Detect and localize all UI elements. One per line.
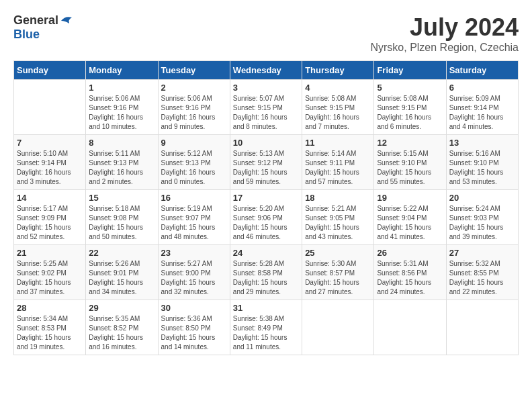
- day-info: Sunrise: 5:16 AM Sunset: 9:10 PM Dayligh…: [449, 149, 515, 187]
- calendar-cell: 2Sunrise: 5:06 AM Sunset: 9:16 PM Daylig…: [158, 80, 230, 135]
- logo: General Blue: [13, 13, 73, 42]
- day-info: Sunrise: 5:21 AM Sunset: 9:05 PM Dayligh…: [305, 204, 371, 242]
- day-number: 22: [89, 248, 154, 258]
- day-number: 2: [161, 83, 227, 93]
- day-info: Sunrise: 5:13 AM Sunset: 9:12 PM Dayligh…: [233, 149, 299, 187]
- day-info: Sunrise: 5:14 AM Sunset: 9:11 PM Dayligh…: [305, 149, 371, 187]
- calendar-table: SundayMondayTuesdayWednesdayThursdayFrid…: [13, 60, 519, 355]
- weekday-header-thursday: Thursday: [302, 61, 374, 80]
- day-info: Sunrise: 5:26 AM Sunset: 9:01 PM Dayligh…: [89, 259, 154, 297]
- calendar-cell: 23Sunrise: 5:27 AM Sunset: 9:00 PM Dayli…: [158, 245, 230, 300]
- day-info: Sunrise: 5:06 AM Sunset: 9:16 PM Dayligh…: [161, 94, 227, 132]
- calendar-cell: 7Sunrise: 5:10 AM Sunset: 9:14 PM Daylig…: [14, 135, 86, 190]
- day-info: Sunrise: 5:31 AM Sunset: 8:56 PM Dayligh…: [377, 259, 443, 297]
- day-number: 12: [377, 138, 443, 148]
- day-number: 10: [233, 138, 299, 148]
- logo-blue: Blue: [13, 28, 40, 42]
- month-title: July 2024: [370, 13, 519, 42]
- weekday-header-wednesday: Wednesday: [230, 61, 302, 80]
- calendar-cell: 16Sunrise: 5:19 AM Sunset: 9:07 PM Dayli…: [158, 190, 230, 245]
- day-number: 1: [89, 83, 154, 93]
- calendar-week-1: 1Sunrise: 5:06 AM Sunset: 9:16 PM Daylig…: [14, 80, 519, 135]
- day-number: 20: [449, 193, 515, 203]
- calendar-week-2: 7Sunrise: 5:10 AM Sunset: 9:14 PM Daylig…: [14, 135, 519, 190]
- day-number: 18: [305, 193, 371, 203]
- calendar-cell: 10Sunrise: 5:13 AM Sunset: 9:12 PM Dayli…: [230, 135, 302, 190]
- calendar-cell: [302, 300, 374, 355]
- day-info: Sunrise: 5:24 AM Sunset: 9:03 PM Dayligh…: [449, 204, 515, 242]
- calendar-cell: 9Sunrise: 5:12 AM Sunset: 9:13 PM Daylig…: [158, 135, 230, 190]
- day-number: 26: [377, 248, 443, 258]
- day-number: 28: [17, 303, 83, 313]
- calendar-week-5: 28Sunrise: 5:34 AM Sunset: 8:53 PM Dayli…: [14, 300, 519, 355]
- day-number: 16: [161, 193, 227, 203]
- calendar-cell: 3Sunrise: 5:07 AM Sunset: 9:15 PM Daylig…: [230, 80, 302, 135]
- calendar-cell: 27Sunrise: 5:32 AM Sunset: 8:55 PM Dayli…: [446, 245, 518, 300]
- day-number: 30: [161, 303, 227, 313]
- calendar-cell: 30Sunrise: 5:36 AM Sunset: 8:50 PM Dayli…: [158, 300, 230, 355]
- weekday-header-row: SundayMondayTuesdayWednesdayThursdayFrid…: [14, 61, 519, 80]
- calendar-week-3: 14Sunrise: 5:17 AM Sunset: 9:09 PM Dayli…: [14, 190, 519, 245]
- day-number: 21: [17, 248, 83, 258]
- day-info: Sunrise: 5:19 AM Sunset: 9:07 PM Dayligh…: [161, 204, 227, 242]
- calendar-cell: 17Sunrise: 5:20 AM Sunset: 9:06 PM Dayli…: [230, 190, 302, 245]
- weekday-header-friday: Friday: [374, 61, 446, 80]
- day-number: 19: [377, 193, 443, 203]
- day-info: Sunrise: 5:36 AM Sunset: 8:50 PM Dayligh…: [161, 314, 227, 352]
- calendar-cell: 5Sunrise: 5:08 AM Sunset: 9:15 PM Daylig…: [374, 80, 446, 135]
- calendar-cell: 1Sunrise: 5:06 AM Sunset: 9:16 PM Daylig…: [86, 80, 158, 135]
- day-info: Sunrise: 5:17 AM Sunset: 9:09 PM Dayligh…: [17, 204, 83, 242]
- day-info: Sunrise: 5:34 AM Sunset: 8:53 PM Dayligh…: [17, 314, 83, 352]
- calendar-cell: 11Sunrise: 5:14 AM Sunset: 9:11 PM Dayli…: [302, 135, 374, 190]
- day-info: Sunrise: 5:18 AM Sunset: 9:08 PM Dayligh…: [89, 204, 154, 242]
- weekday-header-monday: Monday: [86, 61, 158, 80]
- day-number: 17: [233, 193, 299, 203]
- day-info: Sunrise: 5:08 AM Sunset: 9:15 PM Dayligh…: [377, 94, 443, 132]
- calendar-cell: 22Sunrise: 5:26 AM Sunset: 9:01 PM Dayli…: [86, 245, 158, 300]
- day-info: Sunrise: 5:25 AM Sunset: 9:02 PM Dayligh…: [17, 259, 83, 297]
- calendar-cell: 14Sunrise: 5:17 AM Sunset: 9:09 PM Dayli…: [14, 190, 86, 245]
- location: Nyrsko, Plzen Region, Czechia: [370, 42, 519, 54]
- day-number: 5: [377, 83, 443, 93]
- day-number: 13: [449, 138, 515, 148]
- calendar-cell: 29Sunrise: 5:35 AM Sunset: 8:52 PM Dayli…: [86, 300, 158, 355]
- calendar-cell: 4Sunrise: 5:08 AM Sunset: 9:15 PM Daylig…: [302, 80, 374, 135]
- calendar-cell: 20Sunrise: 5:24 AM Sunset: 9:03 PM Dayli…: [446, 190, 518, 245]
- day-info: Sunrise: 5:15 AM Sunset: 9:10 PM Dayligh…: [377, 149, 443, 187]
- calendar-cell: 24Sunrise: 5:28 AM Sunset: 8:58 PM Dayli…: [230, 245, 302, 300]
- weekday-header-sunday: Sunday: [14, 61, 86, 80]
- day-info: Sunrise: 5:07 AM Sunset: 9:15 PM Dayligh…: [233, 94, 299, 132]
- logo-general: General: [13, 13, 58, 28]
- day-info: Sunrise: 5:09 AM Sunset: 9:14 PM Dayligh…: [449, 94, 515, 132]
- title-section: July 2024 Nyrsko, Plzen Region, Czechia: [370, 13, 519, 54]
- calendar-cell: 25Sunrise: 5:30 AM Sunset: 8:57 PM Dayli…: [302, 245, 374, 300]
- day-info: Sunrise: 5:35 AM Sunset: 8:52 PM Dayligh…: [89, 314, 154, 352]
- calendar-week-4: 21Sunrise: 5:25 AM Sunset: 9:02 PM Dayli…: [14, 245, 519, 300]
- calendar-cell: 12Sunrise: 5:15 AM Sunset: 9:10 PM Dayli…: [374, 135, 446, 190]
- calendar-cell: 18Sunrise: 5:21 AM Sunset: 9:05 PM Dayli…: [302, 190, 374, 245]
- calendar-cell: [14, 80, 86, 135]
- day-number: 24: [233, 248, 299, 258]
- day-info: Sunrise: 5:06 AM Sunset: 9:16 PM Dayligh…: [89, 94, 154, 132]
- day-number: 14: [17, 193, 83, 203]
- day-number: 6: [449, 83, 515, 93]
- calendar-cell: 31Sunrise: 5:38 AM Sunset: 8:49 PM Dayli…: [230, 300, 302, 355]
- day-info: Sunrise: 5:08 AM Sunset: 9:15 PM Dayligh…: [305, 94, 371, 132]
- day-info: Sunrise: 5:38 AM Sunset: 8:49 PM Dayligh…: [233, 314, 299, 352]
- calendar-cell: 19Sunrise: 5:22 AM Sunset: 9:04 PM Dayli…: [374, 190, 446, 245]
- calendar-cell: 6Sunrise: 5:09 AM Sunset: 9:14 PM Daylig…: [446, 80, 518, 135]
- day-number: 31: [233, 303, 299, 313]
- day-number: 15: [89, 193, 154, 203]
- weekday-header-tuesday: Tuesday: [158, 61, 230, 80]
- weekday-header-saturday: Saturday: [446, 61, 518, 80]
- day-info: Sunrise: 5:20 AM Sunset: 9:06 PM Dayligh…: [233, 204, 299, 242]
- calendar-cell: 15Sunrise: 5:18 AM Sunset: 9:08 PM Dayli…: [86, 190, 158, 245]
- day-info: Sunrise: 5:28 AM Sunset: 8:58 PM Dayligh…: [233, 259, 299, 297]
- page-header: General Blue July 2024 Nyrsko, Plzen Reg…: [13, 13, 519, 54]
- calendar-cell: 26Sunrise: 5:31 AM Sunset: 8:56 PM Dayli…: [374, 245, 446, 300]
- day-info: Sunrise: 5:10 AM Sunset: 9:14 PM Dayligh…: [17, 149, 83, 187]
- calendar-cell: [374, 300, 446, 355]
- day-number: 3: [233, 83, 299, 93]
- day-number: 29: [89, 303, 154, 313]
- day-number: 9: [161, 138, 227, 148]
